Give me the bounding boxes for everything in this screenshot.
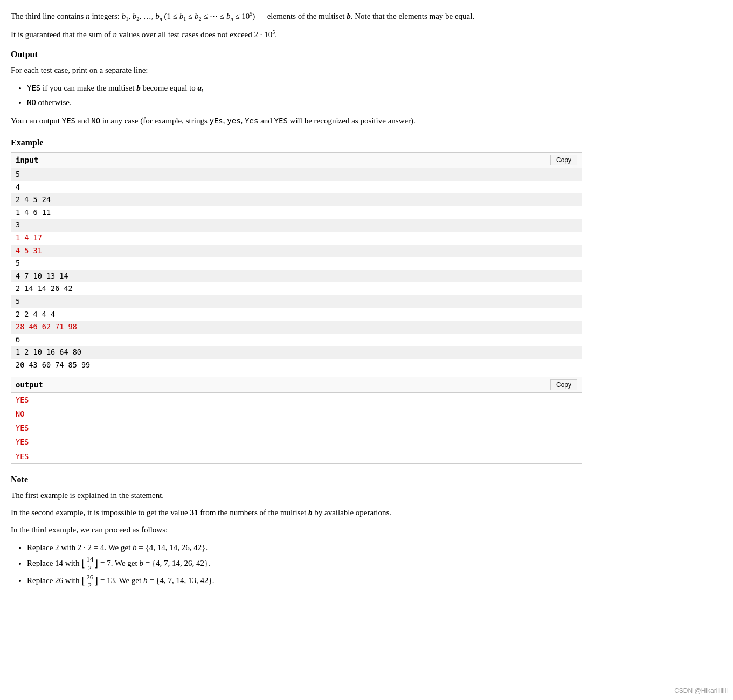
input-line-7: 4 5 31 bbox=[11, 245, 582, 258]
constraint-line: The third line contains n integers: b1, … bbox=[11, 10, 582, 24]
input-block: input Copy 5 4 2 4 5 24 1 4 6 11 3 1 4 1… bbox=[11, 152, 582, 372]
input-line-1: 5 bbox=[11, 168, 582, 181]
input-line-9: 4 7 10 13 14 bbox=[11, 270, 582, 283]
no-code: NO bbox=[27, 98, 36, 107]
input-label: input bbox=[16, 156, 38, 164]
note-list: Replace 2 with 2 · 2 = 4. We get b = {4,… bbox=[27, 540, 582, 590]
input-body: 5 4 2 4 5 24 1 4 6 11 3 1 4 17 4 5 31 5 … bbox=[11, 168, 582, 372]
output-line-3: YES bbox=[11, 421, 582, 435]
case-note: You can output YES and NO in any case (f… bbox=[11, 114, 582, 127]
input-line-3: 2 4 5 24 bbox=[11, 193, 582, 206]
output-line-4: YES bbox=[11, 435, 582, 449]
example-title: Example bbox=[11, 138, 582, 148]
output-body: YES NO YES YES YES bbox=[11, 393, 582, 463]
output-list: YES if you can make the multiset b becom… bbox=[27, 81, 582, 110]
input-line-15: 1 2 10 16 64 80 bbox=[11, 346, 582, 359]
input-line-6: 1 4 17 bbox=[11, 232, 582, 245]
input-line-13: 28 46 62 71 98 bbox=[11, 321, 582, 334]
input-line-12: 2 2 4 4 4 bbox=[11, 308, 582, 321]
output-section-title: Output bbox=[11, 50, 582, 59]
input-header: input Copy bbox=[11, 153, 582, 168]
input-line-14: 6 bbox=[11, 334, 582, 346]
note-item-2: Replace 14 with ⌊142⌋ = 7. We get b = {4… bbox=[27, 555, 582, 572]
note-p3: In the third example, we can proceed as … bbox=[11, 523, 582, 536]
input-line-11: 5 bbox=[11, 295, 582, 308]
input-line-16: 20 43 60 74 85 99 bbox=[11, 359, 582, 372]
output-label: output bbox=[16, 380, 43, 389]
output-line-5: YES bbox=[11, 449, 582, 463]
input-copy-button[interactable]: Copy bbox=[550, 155, 577, 165]
note-title: Note bbox=[11, 475, 582, 484]
output-line-2: NO bbox=[11, 407, 582, 421]
output-list-item-no: NO otherwise. bbox=[27, 95, 582, 110]
note-p1: The first example is explained in the st… bbox=[11, 489, 582, 502]
output-copy-button[interactable]: Copy bbox=[550, 379, 577, 390]
output-list-item-yes: YES if you can make the multiset b becom… bbox=[27, 81, 582, 95]
output-block: output Copy YES NO YES YES YES bbox=[11, 377, 582, 464]
output-line-1: YES bbox=[11, 393, 582, 407]
note-p2: In the second example, it is impossible … bbox=[11, 506, 582, 519]
input-line-2: 4 bbox=[11, 181, 582, 194]
input-line-5: 3 bbox=[11, 219, 582, 232]
output-description: For each test case, print on a separate … bbox=[11, 64, 582, 77]
input-line-4: 1 4 6 11 bbox=[11, 206, 582, 219]
note-item-1: Replace 2 with 2 · 2 = 4. We get b = {4,… bbox=[27, 540, 582, 555]
input-line-8: 5 bbox=[11, 257, 582, 270]
guarantee-text: It is guaranteed that the sum of n value… bbox=[11, 28, 582, 41]
yes-code: YES bbox=[27, 84, 40, 92]
output-header: output Copy bbox=[11, 377, 582, 393]
note-item-3: Replace 26 with ⌊262⌋ = 13. We get b = {… bbox=[27, 572, 582, 590]
input-line-10: 2 14 14 26 42 bbox=[11, 282, 582, 295]
